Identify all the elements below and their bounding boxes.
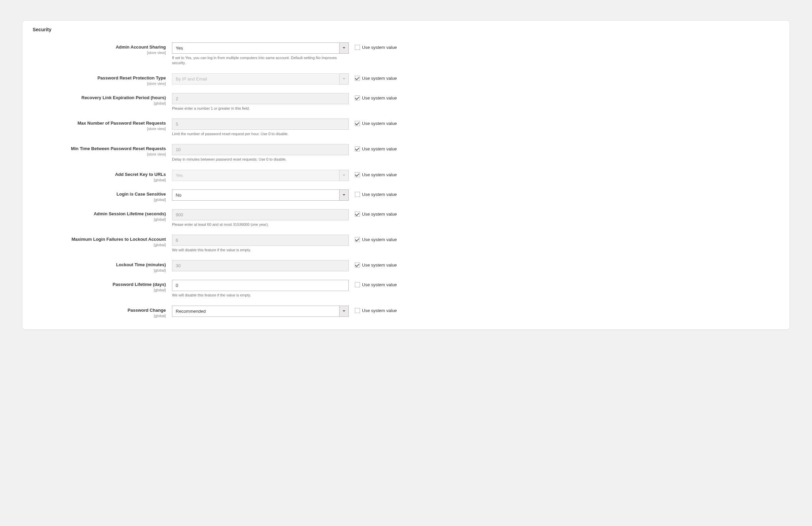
field-row-password-change: Password Change [global] Recommended Use… [33, 306, 779, 318]
password-change-select[interactable]: Recommended [172, 306, 349, 317]
lockout-time-input [172, 260, 349, 271]
use-system-value-checkbox[interactable] [355, 192, 360, 197]
helper-text: Please enter at least 60 and at most 315… [172, 222, 349, 227]
login-case-sensitive-select[interactable]: No [172, 190, 349, 201]
scope-label: [global] [33, 268, 166, 272]
use-system-value-checkbox[interactable] [355, 262, 360, 268]
field-label: Maximum Login Failures to Lockout Accoun… [71, 237, 166, 242]
checkbox-label[interactable]: Use system value [362, 282, 397, 287]
scope-label: [store view] [33, 81, 166, 86]
checkbox-label[interactable]: Use system value [362, 192, 397, 197]
scope-label: [store view] [33, 50, 166, 55]
scope-label: [global] [33, 217, 166, 221]
scope-label: [store view] [33, 152, 166, 156]
field-row-max-login-failures: Maximum Login Failures to Lockout Accoun… [33, 235, 779, 253]
field-label: Admin Account Sharing [116, 44, 166, 49]
field-label: Login is Case Sensitive [117, 192, 166, 197]
use-system-value-checkbox[interactable] [355, 146, 360, 151]
helper-text: We will disable this feature if the valu… [172, 247, 349, 253]
session-lifetime-input [172, 209, 349, 220]
helper-text: Limit the number of password reset reque… [172, 132, 349, 136]
field-row-min-time-between-reset: Min Time Between Password Reset Requests… [33, 144, 779, 162]
checkbox-label[interactable]: Use system value [362, 45, 397, 50]
checkbox-label[interactable]: Use system value [362, 262, 397, 268]
checkbox-label[interactable]: Use system value [362, 146, 397, 151]
field-label: Add Secret Key to URLs [115, 172, 166, 177]
max-password-reset-requests-input [172, 119, 349, 130]
scope-label: [store view] [33, 127, 166, 131]
scope-label: [global] [33, 314, 166, 318]
checkbox-label[interactable]: Use system value [362, 212, 397, 217]
add-secret-key-select: Yes [172, 170, 349, 181]
field-label: Password Lifetime (days) [113, 282, 166, 287]
password-lifetime-input[interactable] [172, 280, 349, 291]
field-row-add-secret-key: Add Secret Key to URLs [global] Yes Use … [33, 170, 779, 182]
password-reset-protection-select: By IP and Email [172, 73, 349, 85]
field-label: Min Time Between Password Reset Requests [71, 146, 166, 151]
use-system-value-checkbox[interactable] [355, 95, 360, 101]
field-row-max-password-reset-requests: Max Number of Password Reset Requests [s… [33, 119, 779, 136]
section-title: Security [33, 27, 779, 32]
field-label: Admin Session Lifetime (seconds) [94, 211, 166, 216]
scope-label: [global] [33, 288, 166, 292]
use-system-value-checkbox[interactable] [355, 212, 360, 217]
field-label: Password Change [128, 307, 166, 313]
checkbox-label[interactable]: Use system value [362, 95, 397, 101]
use-system-value-checkbox[interactable] [355, 237, 360, 242]
field-row-password-reset-protection: Password Reset Protection Type [store vi… [33, 73, 779, 86]
helper-text: If set to Yes, you can log in from multi… [172, 55, 349, 66]
max-login-failures-input [172, 235, 349, 246]
scope-label: [global] [33, 178, 166, 182]
use-system-value-checkbox[interactable] [355, 45, 360, 50]
use-system-value-checkbox[interactable] [355, 76, 360, 81]
scope-label: [global] [33, 198, 166, 202]
field-row-password-lifetime: Password Lifetime (days) [global] We wil… [33, 280, 779, 298]
checkbox-label[interactable]: Use system value [362, 172, 397, 177]
field-row-login-case-sensitive: Login is Case Sensitive [global] No Use … [33, 190, 779, 202]
helper-text: Delay in minutes between password reset … [172, 157, 349, 162]
field-label: Password Reset Protection Type [98, 75, 166, 80]
checkbox-label[interactable]: Use system value [362, 308, 397, 313]
scope-label: [global] [33, 101, 166, 105]
field-label: Max Number of Password Reset Requests [77, 121, 166, 126]
field-row-recovery-link-expiration: Recovery Link Expiration Period (hours) … [33, 93, 779, 111]
checkbox-label[interactable]: Use system value [362, 237, 397, 242]
helper-text: We will disable this feature if the valu… [172, 293, 349, 298]
field-row-session-lifetime: Admin Session Lifetime (seconds) [global… [33, 209, 779, 227]
recovery-link-expiration-input [172, 93, 349, 104]
scope-label: [global] [33, 243, 166, 247]
field-label: Lockout Time (minutes) [116, 262, 166, 267]
min-time-between-reset-input [172, 144, 349, 155]
use-system-value-checkbox[interactable] [355, 121, 360, 126]
security-settings-panel: Security Admin Account Sharing [store vi… [22, 20, 790, 330]
field-row-lockout-time: Lockout Time (minutes) [global] Use syst… [33, 260, 779, 272]
helper-text: Please enter a number 1 or greater in th… [172, 106, 349, 111]
field-label: Recovery Link Expiration Period (hours) [82, 95, 166, 100]
admin-account-sharing-select[interactable]: Yes [172, 43, 349, 54]
checkbox-label[interactable]: Use system value [362, 76, 397, 81]
use-system-value-checkbox[interactable] [355, 308, 360, 313]
checkbox-label[interactable]: Use system value [362, 121, 397, 126]
use-system-value-checkbox[interactable] [355, 282, 360, 287]
use-system-value-checkbox[interactable] [355, 172, 360, 177]
field-row-admin-account-sharing: Admin Account Sharing [store view] Yes I… [33, 43, 779, 66]
